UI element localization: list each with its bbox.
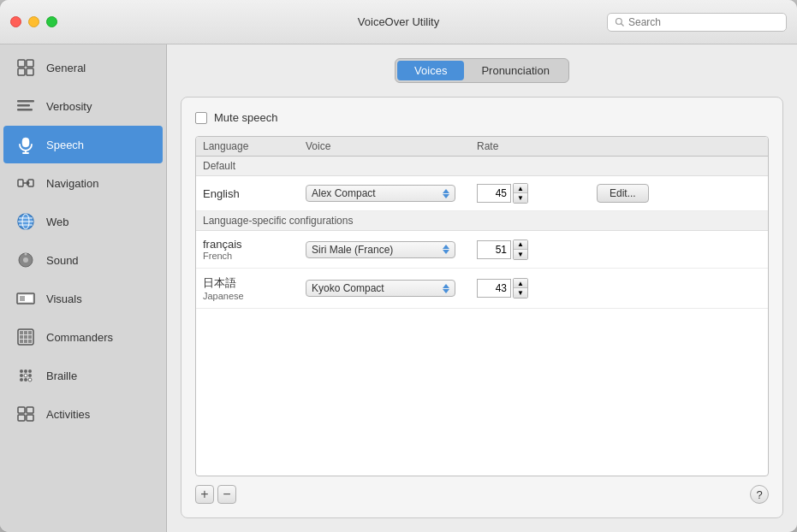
navigation-icon (14, 171, 38, 195)
default-section-label: Default (196, 157, 768, 176)
japanese-voice-select[interactable]: Kyoko Compact (306, 280, 477, 297)
japanese-voice-label: Kyoko Compact (312, 282, 384, 294)
general-icon (14, 56, 38, 80)
svg-point-38 (24, 369, 27, 373)
main-content: General Verbosity (0, 44, 797, 532)
rate-down-button[interactable]: ▼ (514, 193, 527, 203)
sidebar-item-commanders[interactable]: Commanders (3, 318, 163, 356)
sidebar-item-navigation[interactable]: Navigation (3, 164, 163, 202)
default-voice-label: Alex Compact (312, 187, 376, 199)
col-rate: Rate (477, 140, 580, 152)
mute-checkbox[interactable] (195, 112, 207, 124)
sidebar-label-web: Web (46, 216, 69, 228)
window-controls (10, 16, 57, 27)
svg-rect-34 (20, 340, 23, 343)
french-rate-up[interactable]: ▲ (514, 240, 527, 250)
remove-button[interactable]: − (217, 485, 236, 504)
table-header: Language Voice Rate (196, 137, 768, 157)
sidebar-item-visuals[interactable]: Visuals (3, 280, 163, 317)
language-specific-section-label: Language-specific configurations (196, 211, 768, 231)
svg-rect-9 (22, 138, 29, 147)
tab-pronunciation[interactable]: Pronunciation (464, 61, 567, 80)
rate-up-button[interactable]: ▲ (514, 184, 527, 193)
commanders-icon (14, 325, 38, 349)
svg-rect-7 (17, 104, 30, 107)
sidebar-label-activities: Activities (46, 408, 90, 421)
sidebar-label-visuals: Visuals (46, 293, 82, 305)
sidebar-item-general[interactable]: General (3, 49, 163, 86)
svg-line-1 (622, 23, 624, 26)
edit-button[interactable]: Edit... (597, 184, 649, 203)
japanese-rate-value: 43 (477, 279, 511, 298)
add-remove-group: + − (195, 485, 236, 504)
svg-point-39 (28, 369, 32, 373)
voice-arrows (443, 189, 449, 198)
japanese-rate-down[interactable]: ▼ (514, 288, 527, 298)
svg-point-23 (25, 253, 27, 256)
content-area: Voices Pronunciation Mute speech Languag… (167, 44, 797, 532)
svg-rect-48 (18, 415, 25, 421)
svg-rect-30 (28, 331, 32, 334)
sidebar-item-speech[interactable]: Speech (3, 126, 163, 163)
japanese-row: 日本語 Japanese Kyoko Compact (196, 269, 768, 309)
french-rate-cell: 51 ▲ ▼ (477, 239, 580, 260)
tab-voices[interactable]: Voices (397, 61, 464, 80)
svg-point-44 (24, 378, 27, 381)
svg-rect-47 (27, 407, 33, 413)
svg-point-40 (20, 374, 23, 377)
sidebar-item-verbosity[interactable]: Verbosity (3, 87, 163, 125)
japanese-rate-cell: 43 ▲ ▼ (477, 278, 580, 299)
col-language: Language (203, 140, 306, 152)
default-voice-select[interactable]: Alex Compact (306, 185, 477, 202)
svg-rect-35 (24, 340, 27, 343)
rate-stepper[interactable]: ▲ ▼ (513, 183, 528, 204)
maximize-button[interactable] (46, 16, 57, 27)
sidebar-label-sound: Sound (46, 254, 79, 267)
french-rate-down[interactable]: ▼ (514, 250, 527, 259)
japanese-rate-stepper[interactable]: ▲ ▼ (513, 278, 528, 299)
sidebar-label-general: General (46, 62, 86, 74)
search-bar[interactable] (607, 13, 787, 32)
titlebar: VoiceOver Utility (0, 0, 797, 44)
add-button[interactable]: + (195, 485, 214, 504)
french-voice-select[interactable]: Siri Male (France) (306, 241, 477, 258)
col-actions (580, 140, 761, 152)
mute-label: Mute speech (214, 111, 277, 124)
arrow-up-icon (443, 245, 449, 249)
sidebar-item-sound[interactable]: Sound (3, 241, 163, 279)
voices-table: Language Voice Rate Default English Alex… (195, 136, 769, 476)
svg-rect-46 (18, 407, 25, 413)
window-title: VoiceOver Utility (358, 15, 439, 28)
help-button[interactable]: ? (750, 485, 769, 504)
sidebar-label-commanders: Commanders (46, 331, 113, 344)
minimize-button[interactable] (28, 16, 39, 27)
sidebar-item-braille[interactable]: Braille (3, 357, 163, 394)
svg-rect-2 (18, 60, 25, 67)
default-rate-cell: 45 ▲ ▼ (477, 183, 580, 204)
app-window: VoiceOver Utility (0, 0, 797, 532)
activities-icon (14, 402, 38, 426)
french-language: français French (203, 238, 306, 261)
svg-rect-26 (20, 296, 25, 301)
default-language: English (203, 187, 306, 200)
french-rate-value: 51 (477, 240, 511, 259)
search-input[interactable] (628, 16, 779, 28)
speech-icon (14, 133, 38, 157)
sidebar-item-web[interactable]: Web (3, 203, 163, 240)
arrow-down-icon (443, 194, 449, 198)
mute-row: Mute speech (195, 111, 769, 124)
default-rate-value: 45 (477, 184, 511, 203)
sidebar-item-activities[interactable]: Activities (3, 395, 163, 433)
french-rate-stepper[interactable]: ▲ ▼ (513, 239, 528, 260)
svg-rect-3 (27, 60, 33, 67)
default-row: English Alex Compact 45 (196, 176, 768, 211)
arrow-down-icon (443, 250, 449, 254)
svg-rect-32 (24, 335, 27, 339)
web-icon (14, 210, 38, 233)
svg-rect-31 (20, 335, 23, 339)
svg-point-37 (20, 369, 23, 373)
sidebar-label-navigation: Navigation (46, 177, 98, 190)
close-button[interactable] (10, 16, 21, 27)
japanese-rate-up[interactable]: ▲ (514, 279, 527, 288)
sidebar-label-verbosity: Verbosity (46, 100, 92, 113)
